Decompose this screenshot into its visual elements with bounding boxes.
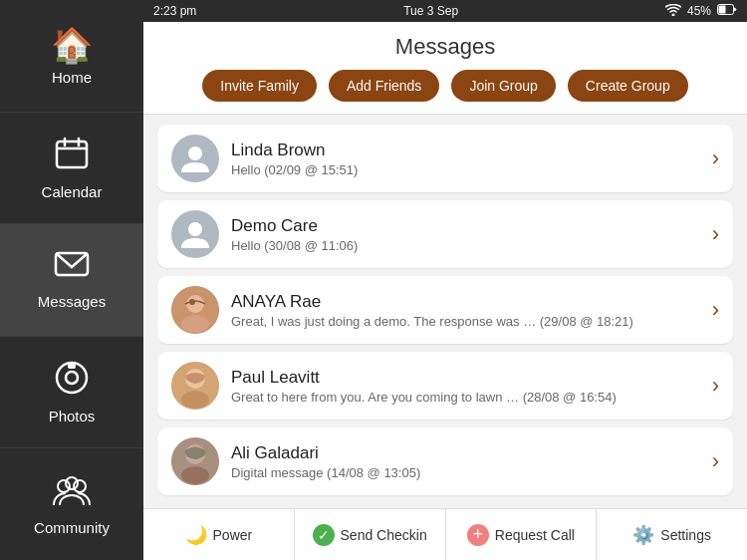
chevron-right-icon: › bbox=[712, 145, 719, 171]
power-button[interactable]: 🌙 Power bbox=[143, 509, 295, 560]
sidebar-item-calendar[interactable]: Calendar bbox=[0, 113, 143, 225]
avatar bbox=[171, 437, 219, 485]
status-bar: 2:23 pm Tue 3 Sep 45% bbox=[143, 0, 747, 22]
message-content: Demo Care Hello (30/08 @ 11:06) bbox=[231, 216, 700, 253]
battery-level: 45% bbox=[687, 4, 711, 18]
request-call-label: Request Call bbox=[495, 527, 575, 543]
message-content: Linda Brown Hello (02/09 @ 15:51) bbox=[231, 140, 700, 177]
message-preview: Digital message (14/08 @ 13:05) bbox=[231, 465, 700, 480]
list-item[interactable]: Paul Leavitt Great to here from you. Are… bbox=[157, 352, 733, 420]
sidebar: 🏠 Home Calendar Messages bbox=[0, 0, 143, 560]
contact-name: Paul Leavitt bbox=[231, 368, 700, 388]
message-content: ANAYA Rae Great, I was just doing a demo… bbox=[231, 292, 700, 329]
message-preview: Hello (02/09 @ 15:51) bbox=[231, 162, 700, 177]
svg-point-22 bbox=[181, 391, 209, 409]
chevron-right-icon: › bbox=[712, 373, 719, 399]
create-group-button[interactable]: Create Group bbox=[568, 70, 688, 102]
svg-point-17 bbox=[186, 295, 204, 313]
contact-name: ANAYA Rae bbox=[231, 292, 700, 312]
status-right: 45% bbox=[665, 4, 737, 19]
svg-point-15 bbox=[188, 222, 202, 236]
status-date: Tue 3 Sep bbox=[403, 4, 458, 18]
message-preview: Hello (30/08 @ 11:06) bbox=[231, 238, 700, 253]
chevron-right-icon: › bbox=[712, 297, 719, 323]
svg-point-25 bbox=[181, 466, 209, 484]
avatar bbox=[171, 286, 219, 334]
bottom-bar: 🌙 Power ✓ Send Checkin + Request Call ⚙️… bbox=[143, 508, 747, 560]
sidebar-item-label: Photos bbox=[49, 408, 96, 424]
svg-point-9 bbox=[74, 480, 86, 492]
svg-point-6 bbox=[66, 372, 78, 384]
battery-icon bbox=[717, 4, 737, 18]
message-content: Ali Galadari Digital message (14/08 @ 13… bbox=[231, 443, 700, 480]
svg-point-10 bbox=[66, 477, 78, 489]
moon-icon: 🌙 bbox=[185, 524, 207, 546]
sidebar-item-label: Calendar bbox=[42, 183, 103, 200]
photos-icon bbox=[54, 360, 90, 404]
main-header: Messages Invite Family Add Friends Join … bbox=[143, 22, 747, 115]
message-preview: Great, I was just doing a demo. The resp… bbox=[231, 314, 700, 329]
contact-name: Ali Galadari bbox=[231, 443, 700, 463]
list-item[interactable]: Ali Galadari Digital message (14/08 @ 13… bbox=[157, 427, 733, 495]
chevron-right-icon: › bbox=[712, 448, 719, 474]
invite-family-button[interactable]: Invite Family bbox=[202, 70, 317, 102]
plus-circle-icon: + bbox=[467, 524, 489, 546]
svg-rect-0 bbox=[57, 141, 87, 167]
avatar bbox=[171, 362, 219, 410]
gear-icon: ⚙️ bbox=[632, 524, 654, 546]
add-friends-button[interactable]: Add Friends bbox=[329, 70, 439, 102]
contact-name: Demo Care bbox=[231, 216, 700, 236]
join-group-button[interactable]: Join Group bbox=[451, 70, 555, 102]
message-preview: Great to here from you. Are you coming t… bbox=[231, 390, 700, 405]
status-time: 2:23 pm bbox=[153, 4, 196, 18]
action-buttons: Invite Family Add Friends Join Group Cre… bbox=[143, 70, 747, 114]
home-icon: 🏠 bbox=[51, 25, 93, 65]
sidebar-item-home[interactable]: 🏠 Home bbox=[0, 0, 143, 113]
list-item[interactable]: Linda Brown Hello (02/09 @ 15:51) › bbox=[157, 125, 733, 192]
avatar bbox=[171, 210, 219, 258]
svg-point-18 bbox=[181, 315, 209, 333]
request-call-button[interactable]: + Request Call bbox=[446, 509, 598, 560]
check-circle-icon: ✓ bbox=[313, 524, 335, 546]
community-icon bbox=[52, 473, 92, 515]
svg-rect-7 bbox=[68, 364, 76, 369]
svg-point-8 bbox=[58, 480, 70, 492]
svg-point-14 bbox=[188, 146, 202, 160]
sidebar-item-photos[interactable]: Photos bbox=[0, 337, 143, 449]
sidebar-item-messages[interactable]: Messages bbox=[0, 224, 143, 337]
sidebar-item-label: Home bbox=[52, 69, 92, 86]
messages-list: Linda Brown Hello (02/09 @ 15:51) › Demo… bbox=[143, 115, 747, 508]
main-content: 2:23 pm Tue 3 Sep 45% bbox=[143, 0, 747, 560]
message-content: Paul Leavitt Great to here from you. Are… bbox=[231, 368, 700, 405]
power-label: Power bbox=[213, 527, 253, 543]
checkin-label: Send Checkin bbox=[341, 527, 427, 543]
sidebar-item-label: Community bbox=[34, 519, 110, 536]
calendar-icon bbox=[54, 136, 90, 179]
page-title: Messages bbox=[143, 34, 747, 60]
chevron-right-icon: › bbox=[712, 221, 719, 247]
wifi-icon bbox=[665, 4, 681, 19]
contact-name: Linda Brown bbox=[231, 140, 700, 160]
list-item[interactable]: ANAYA Rae Great, I was just doing a demo… bbox=[157, 276, 733, 344]
svg-point-11 bbox=[671, 13, 674, 16]
settings-button[interactable]: ⚙️ Settings bbox=[597, 509, 747, 560]
sidebar-item-label: Messages bbox=[38, 293, 106, 310]
list-item[interactable]: Demo Care Hello (30/08 @ 11:06) › bbox=[157, 200, 733, 268]
settings-label: Settings bbox=[660, 527, 711, 543]
avatar bbox=[171, 135, 219, 182]
sidebar-item-community[interactable]: Community bbox=[0, 448, 143, 560]
messages-icon bbox=[54, 250, 90, 289]
svg-rect-13 bbox=[718, 6, 725, 14]
send-checkin-button[interactable]: ✓ Send Checkin bbox=[295, 509, 446, 560]
